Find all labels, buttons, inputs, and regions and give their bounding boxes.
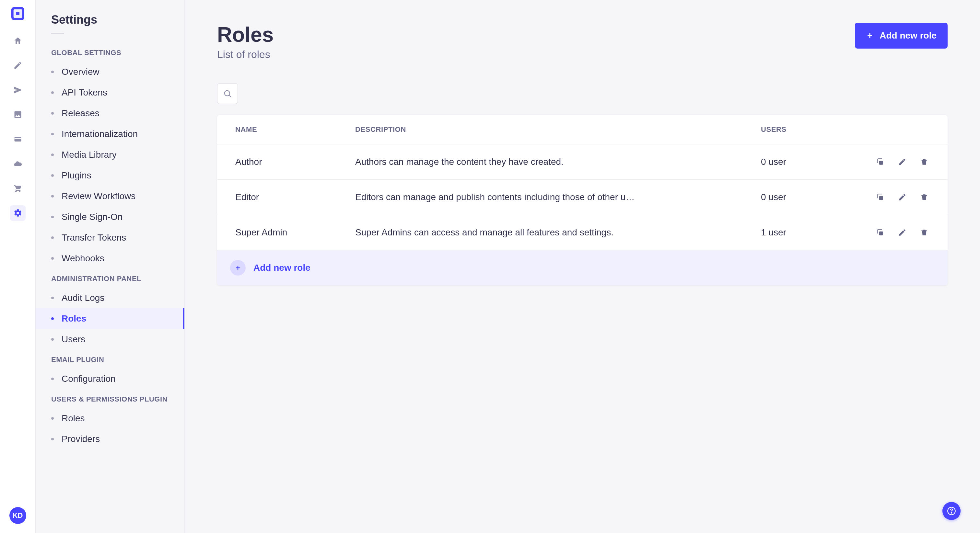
edit-button[interactable] [897, 227, 907, 238]
svg-rect-3 [14, 138, 21, 139]
sidebar-item-sso[interactable]: Single Sign-On [36, 206, 185, 227]
delete-button[interactable] [919, 192, 929, 202]
rail-settings[interactable] [10, 205, 25, 221]
trash-icon [920, 158, 929, 166]
copy-icon [876, 193, 885, 201]
bullet-icon [51, 417, 54, 420]
sidebar-item-label: Providers [62, 434, 100, 444]
sidebar-item-audit-logs[interactable]: Audit Logs [36, 287, 185, 308]
sidebar-item-label: Webhooks [62, 253, 104, 263]
table-row[interactable]: Super Admin Super Admins can access and … [217, 215, 948, 250]
col-header-name: NAME [235, 125, 355, 134]
sidebar-item-up-providers[interactable]: Providers [36, 429, 185, 449]
delete-button[interactable] [919, 157, 929, 167]
cell-description: Super Admins can access and manage all f… [355, 227, 761, 238]
pencil-icon [898, 158, 907, 166]
edit-button[interactable] [897, 192, 907, 202]
table-row[interactable]: Editor Editors can manage and publish co… [217, 180, 948, 215]
logo-icon [11, 7, 24, 20]
bullet-icon [51, 112, 54, 115]
svg-point-6 [224, 90, 230, 96]
sidebar-item-users[interactable]: Users [36, 329, 185, 350]
bullet-icon [51, 338, 54, 341]
sidebar-item-media-library[interactable]: Media Library [36, 144, 185, 165]
plus-icon [866, 32, 874, 40]
main-content: Roles List of roles Add new role NAME DE… [185, 0, 980, 533]
sidebar-title: Settings [36, 13, 185, 33]
add-button-label: Add new role [880, 30, 937, 41]
sidebar-item-api-tokens[interactable]: API Tokens [36, 82, 185, 103]
cell-name: Author [235, 157, 355, 167]
icon-rail: KD [0, 0, 36, 533]
svg-rect-1 [16, 12, 19, 15]
sidebar-item-label: Users [62, 334, 85, 344]
delete-button[interactable] [919, 227, 929, 238]
rail-send[interactable] [10, 82, 25, 98]
sidebar-item-up-roles[interactable]: Roles [36, 408, 185, 429]
avatar[interactable]: KD [10, 507, 26, 524]
sidebar-item-label: Plugins [62, 170, 91, 181]
sidebar-item-label: Single Sign-On [62, 212, 123, 222]
brand-logo[interactable] [11, 7, 24, 20]
duplicate-button[interactable] [875, 227, 885, 238]
copy-icon [876, 228, 885, 237]
sidebar-item-releases[interactable]: Releases [36, 103, 185, 124]
page-subtitle: List of roles [217, 49, 274, 60]
pencil-icon [898, 228, 907, 237]
sidebar-item-roles[interactable]: Roles [36, 308, 185, 329]
page-header: Roles List of roles Add new role [217, 23, 948, 60]
trash-icon [920, 228, 929, 237]
sidebar-item-transfer-tokens[interactable]: Transfer Tokens [36, 227, 185, 248]
svg-line-7 [229, 95, 231, 97]
search-button[interactable] [217, 83, 238, 104]
rail-home[interactable] [10, 33, 25, 49]
add-new-role-footer[interactable]: Add new role [217, 250, 948, 285]
bullet-icon [51, 378, 54, 380]
cell-users: 0 user [761, 192, 858, 202]
card-icon [13, 135, 22, 144]
sidebar-item-plugins[interactable]: Plugins [36, 165, 185, 186]
add-new-role-button[interactable]: Add new role [855, 23, 948, 49]
cell-description: Authors can manage the content they have… [355, 157, 761, 167]
page-title: Roles [217, 23, 274, 47]
edit-button[interactable] [897, 157, 907, 167]
sidebar-section-email: EMAIL PLUGIN [36, 350, 185, 368]
bullet-icon [51, 91, 54, 94]
trash-icon [920, 193, 929, 201]
rail-content[interactable] [10, 58, 25, 73]
footer-label: Add new role [253, 263, 310, 273]
sidebar-item-overview[interactable]: Overview [36, 62, 185, 82]
sidebar-item-webhooks[interactable]: Webhooks [36, 248, 185, 269]
search-icon [223, 89, 232, 98]
sidebar-item-email-config[interactable]: Configuration [36, 368, 185, 389]
send-icon [13, 86, 22, 95]
sidebar-item-label: Configuration [62, 374, 116, 384]
col-header-actions [858, 125, 929, 134]
bullet-icon [51, 257, 54, 260]
copy-icon [876, 158, 885, 166]
duplicate-button[interactable] [875, 192, 885, 202]
cell-name: Editor [235, 192, 355, 202]
sidebar-item-label: Audit Logs [62, 293, 104, 303]
home-icon [13, 36, 22, 45]
rail-card[interactable] [10, 132, 25, 147]
sidebar-item-label: Roles [62, 413, 85, 424]
rail-cloud[interactable] [10, 156, 25, 171]
table-row[interactable]: Author Authors can manage the content th… [217, 144, 948, 180]
bullet-icon [51, 133, 54, 135]
sidebar-item-label: Releases [62, 108, 100, 119]
help-button[interactable] [942, 502, 961, 520]
bullet-icon [51, 195, 54, 198]
duplicate-button[interactable] [875, 157, 885, 167]
sidebar-item-i18n[interactable]: Internationalization [36, 124, 185, 144]
rail-media[interactable] [10, 107, 25, 122]
sidebar-item-label: Transfer Tokens [62, 233, 126, 243]
cell-users: 1 user [761, 227, 858, 238]
sidebar-item-review-workflows[interactable]: Review Workflows [36, 186, 185, 206]
bullet-icon [51, 317, 54, 320]
cell-users: 0 user [761, 157, 858, 167]
rail-cart[interactable] [10, 181, 25, 196]
help-icon [947, 506, 956, 516]
bullet-icon [51, 71, 54, 73]
pencil-icon [898, 193, 907, 201]
